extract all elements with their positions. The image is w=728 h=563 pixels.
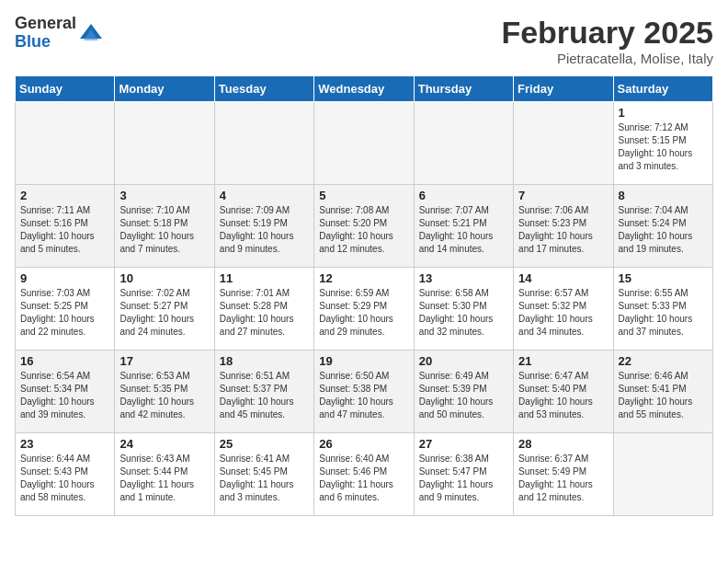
day-info: Sunrise: 7:01 AM Sunset: 5:28 PM Dayligh… xyxy=(220,287,309,339)
weekday-header-monday: Monday xyxy=(115,76,214,102)
day-number: 13 xyxy=(419,271,508,285)
day-info: Sunrise: 7:08 AM Sunset: 5:20 PM Dayligh… xyxy=(319,204,408,256)
calendar-cell: 17Sunrise: 6:53 AM Sunset: 5:35 PM Dayli… xyxy=(115,350,214,433)
calendar-cell: 22Sunrise: 6:46 AM Sunset: 5:41 PM Dayli… xyxy=(613,350,712,433)
day-info: Sunrise: 7:03 AM Sunset: 5:25 PM Dayligh… xyxy=(20,287,109,339)
day-info: Sunrise: 7:07 AM Sunset: 5:21 PM Dayligh… xyxy=(419,204,508,256)
day-info: Sunrise: 6:50 AM Sunset: 5:38 PM Dayligh… xyxy=(319,370,408,421)
day-number: 11 xyxy=(220,271,309,285)
calendar-cell: 14Sunrise: 6:57 AM Sunset: 5:32 PM Dayli… xyxy=(514,268,613,350)
calendar-cell: 11Sunrise: 7:01 AM Sunset: 5:28 PM Dayli… xyxy=(214,268,313,350)
day-number: 19 xyxy=(319,354,408,368)
day-info: Sunrise: 6:43 AM Sunset: 5:44 PM Dayligh… xyxy=(119,453,209,504)
calendar-cell: 28Sunrise: 6:37 AM Sunset: 5:49 PM Dayli… xyxy=(514,433,613,516)
day-info: Sunrise: 7:10 AM Sunset: 5:18 PM Dayligh… xyxy=(119,204,209,256)
day-number: 4 xyxy=(220,189,309,202)
calendar-cell: 15Sunrise: 6:55 AM Sunset: 5:33 PM Dayli… xyxy=(613,268,712,350)
location-subtitle: Pietracatella, Molise, Italy xyxy=(501,51,713,66)
calendar-cell xyxy=(613,433,712,516)
day-info: Sunrise: 7:09 AM Sunset: 5:19 PM Dayligh… xyxy=(220,204,309,256)
day-number: 20 xyxy=(419,354,508,368)
calendar-cell: 21Sunrise: 6:47 AM Sunset: 5:40 PM Dayli… xyxy=(514,350,613,433)
day-number: 1 xyxy=(619,106,708,120)
day-info: Sunrise: 7:04 AM Sunset: 5:24 PM Dayligh… xyxy=(619,204,708,256)
weekday-header-friday: Friday xyxy=(514,76,613,102)
calendar-cell xyxy=(314,102,414,185)
day-number: 16 xyxy=(20,354,109,368)
calendar-cell: 26Sunrise: 6:40 AM Sunset: 5:46 PM Dayli… xyxy=(314,433,414,516)
calendar-table: SundayMondayTuesdayWednesdayThursdayFrid… xyxy=(15,75,713,516)
day-info: Sunrise: 7:11 AM Sunset: 5:16 PM Dayligh… xyxy=(20,204,109,256)
day-number: 21 xyxy=(518,354,608,368)
calendar-cell: 16Sunrise: 6:54 AM Sunset: 5:34 PM Dayli… xyxy=(16,350,115,433)
day-number: 10 xyxy=(119,271,209,285)
day-number: 27 xyxy=(419,437,508,451)
logo: General Blue xyxy=(15,15,104,52)
calendar-cell: 19Sunrise: 6:50 AM Sunset: 5:38 PM Dayli… xyxy=(314,350,414,433)
weekday-header-saturday: Saturday xyxy=(613,76,712,102)
calendar-cell: 9Sunrise: 7:03 AM Sunset: 5:25 PM Daylig… xyxy=(16,268,115,350)
calendar-cell: 3Sunrise: 7:10 AM Sunset: 5:18 PM Daylig… xyxy=(115,185,214,268)
calendar-cell: 4Sunrise: 7:09 AM Sunset: 5:19 PM Daylig… xyxy=(214,185,313,268)
calendar-week-row: 1Sunrise: 7:12 AM Sunset: 5:15 PM Daylig… xyxy=(16,102,713,185)
calendar-cell xyxy=(115,102,214,185)
day-info: Sunrise: 6:55 AM Sunset: 5:33 PM Dayligh… xyxy=(619,287,708,339)
day-number: 12 xyxy=(319,271,408,285)
day-info: Sunrise: 6:49 AM Sunset: 5:39 PM Dayligh… xyxy=(419,370,508,421)
calendar-cell xyxy=(214,102,313,185)
day-number: 17 xyxy=(119,354,209,368)
day-info: Sunrise: 6:38 AM Sunset: 5:47 PM Dayligh… xyxy=(419,453,508,504)
weekday-header-row: SundayMondayTuesdayWednesdayThursdayFrid… xyxy=(16,76,713,102)
calendar-cell: 23Sunrise: 6:44 AM Sunset: 5:43 PM Dayli… xyxy=(16,433,115,516)
calendar-cell: 2Sunrise: 7:11 AM Sunset: 5:16 PM Daylig… xyxy=(16,185,115,268)
calendar-cell: 8Sunrise: 7:04 AM Sunset: 5:24 PM Daylig… xyxy=(613,185,712,268)
day-info: Sunrise: 6:53 AM Sunset: 5:35 PM Dayligh… xyxy=(119,370,209,421)
day-number: 6 xyxy=(419,189,508,202)
calendar-cell: 6Sunrise: 7:07 AM Sunset: 5:21 PM Daylig… xyxy=(414,185,513,268)
day-info: Sunrise: 6:46 AM Sunset: 5:41 PM Dayligh… xyxy=(619,370,708,421)
day-info: Sunrise: 7:06 AM Sunset: 5:23 PM Dayligh… xyxy=(518,204,608,256)
title-block: February 2025 Pietracatella, Molise, Ita… xyxy=(501,15,713,66)
calendar-cell: 20Sunrise: 6:49 AM Sunset: 5:39 PM Dayli… xyxy=(414,350,513,433)
weekday-header-thursday: Thursday xyxy=(414,76,513,102)
calendar-cell: 27Sunrise: 6:38 AM Sunset: 5:47 PM Dayli… xyxy=(414,433,513,516)
calendar-cell: 13Sunrise: 6:58 AM Sunset: 5:30 PM Dayli… xyxy=(414,268,513,350)
day-number: 26 xyxy=(319,437,408,451)
day-number: 24 xyxy=(119,437,209,451)
logo-blue-text: Blue xyxy=(15,33,76,52)
day-number: 23 xyxy=(20,437,109,451)
day-number: 5 xyxy=(319,189,408,202)
day-info: Sunrise: 6:47 AM Sunset: 5:40 PM Dayligh… xyxy=(518,370,608,421)
month-title: February 2025 xyxy=(501,15,713,51)
calendar-cell xyxy=(414,102,513,185)
logo-icon xyxy=(78,20,104,46)
calendar-cell: 1Sunrise: 7:12 AM Sunset: 5:15 PM Daylig… xyxy=(613,102,712,185)
day-info: Sunrise: 7:12 AM Sunset: 5:15 PM Dayligh… xyxy=(619,121,708,173)
day-number: 22 xyxy=(619,354,708,368)
day-info: Sunrise: 6:40 AM Sunset: 5:46 PM Dayligh… xyxy=(319,453,408,504)
day-number: 18 xyxy=(220,354,309,368)
day-info: Sunrise: 6:41 AM Sunset: 5:45 PM Dayligh… xyxy=(220,453,309,504)
calendar-cell: 18Sunrise: 6:51 AM Sunset: 5:37 PM Dayli… xyxy=(214,350,313,433)
weekday-header-tuesday: Tuesday xyxy=(214,76,313,102)
day-number: 9 xyxy=(20,271,109,285)
day-number: 14 xyxy=(518,271,608,285)
day-number: 15 xyxy=(619,271,708,285)
day-number: 7 xyxy=(518,189,608,202)
day-info: Sunrise: 6:51 AM Sunset: 5:37 PM Dayligh… xyxy=(220,370,309,421)
calendar-cell xyxy=(16,102,115,185)
day-number: 25 xyxy=(220,437,309,451)
calendar-cell: 7Sunrise: 7:06 AM Sunset: 5:23 PM Daylig… xyxy=(514,185,613,268)
day-info: Sunrise: 6:37 AM Sunset: 5:49 PM Dayligh… xyxy=(518,453,608,504)
weekday-header-wednesday: Wednesday xyxy=(314,76,414,102)
calendar-cell: 24Sunrise: 6:43 AM Sunset: 5:44 PM Dayli… xyxy=(115,433,214,516)
calendar-week-row: 2Sunrise: 7:11 AM Sunset: 5:16 PM Daylig… xyxy=(16,185,713,268)
calendar-week-row: 16Sunrise: 6:54 AM Sunset: 5:34 PM Dayli… xyxy=(16,350,713,433)
logo-general-text: General xyxy=(15,15,76,33)
day-info: Sunrise: 6:58 AM Sunset: 5:30 PM Dayligh… xyxy=(419,287,508,339)
calendar-cell: 25Sunrise: 6:41 AM Sunset: 5:45 PM Dayli… xyxy=(214,433,313,516)
day-info: Sunrise: 6:59 AM Sunset: 5:29 PM Dayligh… xyxy=(319,287,408,339)
day-info: Sunrise: 6:44 AM Sunset: 5:43 PM Dayligh… xyxy=(20,453,109,504)
calendar-cell xyxy=(514,102,613,185)
day-number: 28 xyxy=(518,437,608,451)
